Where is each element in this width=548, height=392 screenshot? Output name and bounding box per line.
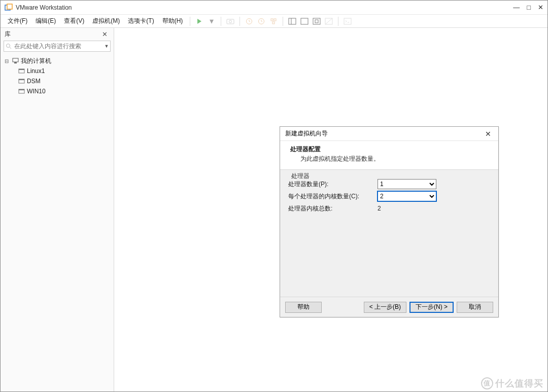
clock-icon[interactable] xyxy=(244,16,254,26)
sidebar-title: 库 xyxy=(5,30,11,39)
back-button[interactable]: < 上一步(B) xyxy=(364,302,406,313)
window-controls: ― □ ✕ xyxy=(513,4,543,11)
toolbar-separator xyxy=(221,17,221,26)
row-total-cores: 处理器内核总数: 2 xyxy=(288,202,490,215)
vm-icon xyxy=(18,67,25,75)
row-cores-per-cpu: 每个处理器的内核数量(C): 2 xyxy=(288,190,490,202)
help-button[interactable]: 帮助 xyxy=(285,302,322,313)
total-cores-value: 2 xyxy=(378,205,381,212)
toolbar-separator xyxy=(190,17,190,26)
search-input[interactable] xyxy=(13,42,103,51)
dialog-title-text: 新建虚拟机向导 xyxy=(285,129,328,138)
menu-edit[interactable]: 编辑(E) xyxy=(32,16,59,26)
svg-line-19 xyxy=(10,47,11,49)
close-button[interactable]: ✕ xyxy=(538,4,543,11)
svg-rect-8 xyxy=(274,19,276,21)
dialog-heading: 处理器配置 xyxy=(290,145,488,154)
vm-icon xyxy=(18,78,25,85)
play-icon[interactable] xyxy=(194,16,204,26)
tree-root-my-computer[interactable]: ⊟ 我的计算机 xyxy=(4,56,111,66)
new-vm-wizard-dialog: 新建虚拟机向导 ✕ 处理器配置 为此虚拟机指定处理器数量。 处理器 处理器数量(… xyxy=(280,126,499,317)
tree-item-linux1[interactable]: Linux1 xyxy=(4,66,111,76)
sidebar-header: 库 ✕ xyxy=(1,28,114,41)
menu-help[interactable]: 帮助(H) xyxy=(159,16,186,26)
library-sidebar: 库 ✕ ▼ ⊟ 我的计算机 Linux1 DSM xyxy=(1,28,114,391)
svg-rect-1 xyxy=(7,4,12,9)
dialog-subheading: 为此虚拟机指定处理器数量。 xyxy=(290,155,488,163)
svg-rect-13 xyxy=(313,18,320,24)
cores-label: 每个处理器的内核数量(C): xyxy=(288,192,378,201)
svg-rect-23 xyxy=(19,69,24,70)
svg-rect-25 xyxy=(19,79,24,80)
processor-group-label: 处理器 xyxy=(289,172,312,181)
search-icon xyxy=(4,43,13,49)
layout-split-icon[interactable] xyxy=(287,16,297,26)
layout-single-icon[interactable] xyxy=(299,16,310,26)
watermark: 值 什么值得买 xyxy=(481,377,543,389)
computer-icon xyxy=(12,57,19,64)
next-button[interactable]: 下一步(N) > xyxy=(409,302,454,313)
svg-rect-14 xyxy=(315,20,318,23)
menu-file[interactable]: 文件(F) xyxy=(5,16,30,26)
fullscreen-icon[interactable] xyxy=(312,16,322,26)
dialog-header: 处理器配置 为此虚拟机指定处理器数量。 xyxy=(280,141,498,170)
toolbar-separator xyxy=(239,17,240,26)
clock-revert-icon[interactable] xyxy=(256,16,266,26)
window-title: VMware Workstation xyxy=(16,4,513,11)
svg-rect-3 xyxy=(227,19,234,24)
svg-rect-21 xyxy=(14,62,17,63)
menu-tabs[interactable]: 选项卡(T) xyxy=(125,16,157,26)
app-icon xyxy=(5,4,13,12)
processor-fieldset: 处理器数量(P): 1 每个处理器的内核数量(C): 2 处理器内核总数: 2 xyxy=(286,175,492,218)
collapse-icon[interactable]: ⊟ xyxy=(5,58,10,64)
cpu-count-select[interactable]: 1 xyxy=(378,179,436,189)
svg-point-4 xyxy=(229,20,232,23)
svg-line-16 xyxy=(325,18,332,24)
dialog-body: 处理器 处理器数量(P): 1 每个处理器的内核数量(C): 2 xyxy=(280,170,498,297)
menubar: 文件(F) 编辑(E) 查看(V) 虚拟机(M) 选项卡(T) 帮助(H) ▾ xyxy=(1,15,547,28)
watermark-text: 什么值得买 xyxy=(495,377,543,389)
tree-item-label: DSM xyxy=(27,78,41,85)
cpu-count-label: 处理器数量(P): xyxy=(288,180,378,189)
dialog-titlebar: 新建虚拟机向导 ✕ xyxy=(280,127,498,141)
dialog-footer: 帮助 < 上一步(B) 下一步(N) > 取消 xyxy=(280,297,498,317)
svg-marker-2 xyxy=(197,19,201,24)
tree-root-label: 我的计算机 xyxy=(21,57,51,65)
library-tree: ⊟ 我的计算机 Linux1 DSM WIN10 xyxy=(1,54,114,98)
total-cores-label: 处理器内核总数: xyxy=(288,204,378,213)
svg-rect-20 xyxy=(13,58,18,62)
window-titlebar: VMware Workstation ― □ ✕ xyxy=(1,1,547,15)
main-area: 新建虚拟机向导 ✕ 处理器配置 为此虚拟机指定处理器数量。 处理器 处理器数量(… xyxy=(114,28,547,391)
snapshot-icon[interactable] xyxy=(225,16,235,26)
toolbar-separator xyxy=(338,17,338,26)
watermark-icon: 值 xyxy=(481,377,493,389)
svg-point-18 xyxy=(7,44,10,48)
minimize-button[interactable]: ― xyxy=(513,4,520,11)
tree-item-label: Linux1 xyxy=(27,67,45,75)
menu-view[interactable]: 查看(V) xyxy=(61,16,87,26)
snapshot-manager-icon[interactable] xyxy=(268,16,279,26)
maximize-button[interactable]: □ xyxy=(527,4,531,11)
sidebar-close-icon[interactable]: ✕ xyxy=(100,30,110,38)
tree-item-win10[interactable]: WIN10 xyxy=(4,86,111,96)
svg-rect-27 xyxy=(19,89,24,90)
svg-rect-7 xyxy=(271,19,273,21)
dropdown-icon[interactable]: ▾ xyxy=(207,16,217,26)
toolbar-separator xyxy=(283,17,283,26)
tree-item-label: WIN10 xyxy=(27,88,46,95)
svg-rect-10 xyxy=(289,18,296,24)
svg-rect-9 xyxy=(272,22,275,24)
menu-vm[interactable]: 虚拟机(M) xyxy=(89,16,123,26)
vm-icon xyxy=(18,88,25,95)
svg-rect-17 xyxy=(344,18,351,24)
search-dropdown-icon[interactable]: ▼ xyxy=(103,44,110,49)
cores-select[interactable]: 2 xyxy=(378,191,436,201)
row-cpu-count: 处理器数量(P): 1 xyxy=(288,178,490,190)
search-box[interactable]: ▼ xyxy=(4,41,111,52)
cancel-button[interactable]: 取消 xyxy=(457,302,493,313)
svg-rect-12 xyxy=(301,18,308,24)
tree-item-dsm[interactable]: DSM xyxy=(4,76,111,86)
console-icon[interactable] xyxy=(342,16,353,26)
unity-icon[interactable] xyxy=(324,16,334,26)
dialog-close-icon[interactable]: ✕ xyxy=(483,130,493,138)
